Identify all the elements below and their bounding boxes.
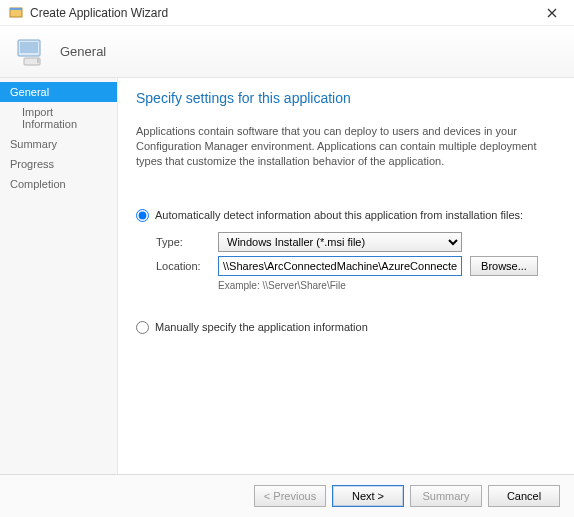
location-example: Example: \\Server\Share\File (218, 280, 556, 291)
sidebar-item-label: Import Information (22, 106, 77, 130)
type-select[interactable]: Windows Installer (*.msi file) (218, 232, 462, 252)
previous-button: < Previous (254, 485, 326, 507)
page-title: Specify settings for this application (136, 90, 556, 106)
radio-auto-input[interactable] (136, 209, 149, 222)
radio-manual-input[interactable] (136, 321, 149, 334)
svg-rect-5 (37, 58, 39, 63)
wizard-header: General (0, 26, 574, 78)
location-label: Location: (156, 260, 218, 272)
browse-button[interactable]: Browse... (470, 256, 538, 276)
sidebar-item-progress[interactable]: Progress (0, 154, 117, 174)
radio-auto-label: Automatically detect information about t… (155, 209, 523, 221)
window-title: Create Application Wizard (30, 6, 538, 20)
sidebar-item-completion[interactable]: Completion (0, 174, 117, 194)
app-icon (8, 5, 24, 21)
svg-rect-3 (20, 42, 38, 53)
computer-icon (14, 34, 50, 70)
sidebar-item-summary[interactable]: Summary (0, 134, 117, 154)
location-row: Location: Browse... (156, 256, 556, 276)
sidebar-item-label: Summary (10, 138, 57, 150)
sidebar-item-label: Progress (10, 158, 54, 170)
wizard-footer: < Previous Next > Summary Cancel (0, 474, 574, 517)
location-input[interactable] (218, 256, 462, 276)
sidebar-item-label: General (10, 86, 49, 98)
sidebar: General Import Information Summary Progr… (0, 78, 118, 474)
sidebar-item-import-information[interactable]: Import Information (0, 102, 117, 134)
close-icon (547, 8, 557, 18)
next-button[interactable]: Next > (332, 485, 404, 507)
wizard-body: General Import Information Summary Progr… (0, 78, 574, 474)
radio-manual[interactable]: Manually specify the application informa… (136, 321, 556, 334)
type-label: Type: (156, 236, 218, 248)
sidebar-item-general[interactable]: General (0, 82, 117, 102)
radio-auto-detect[interactable]: Automatically detect information about t… (136, 209, 556, 222)
cancel-button[interactable]: Cancel (488, 485, 560, 507)
page-description: Applications contain software that you c… (136, 124, 556, 169)
svg-rect-1 (10, 8, 22, 10)
content-pane: Specify settings for this application Ap… (118, 78, 574, 474)
close-button[interactable] (538, 3, 566, 23)
sidebar-item-label: Completion (10, 178, 66, 190)
radio-manual-label: Manually specify the application informa… (155, 321, 368, 333)
header-title: General (60, 44, 106, 59)
title-bar: Create Application Wizard (0, 0, 574, 26)
type-row: Type: Windows Installer (*.msi file) (156, 232, 556, 252)
summary-button: Summary (410, 485, 482, 507)
